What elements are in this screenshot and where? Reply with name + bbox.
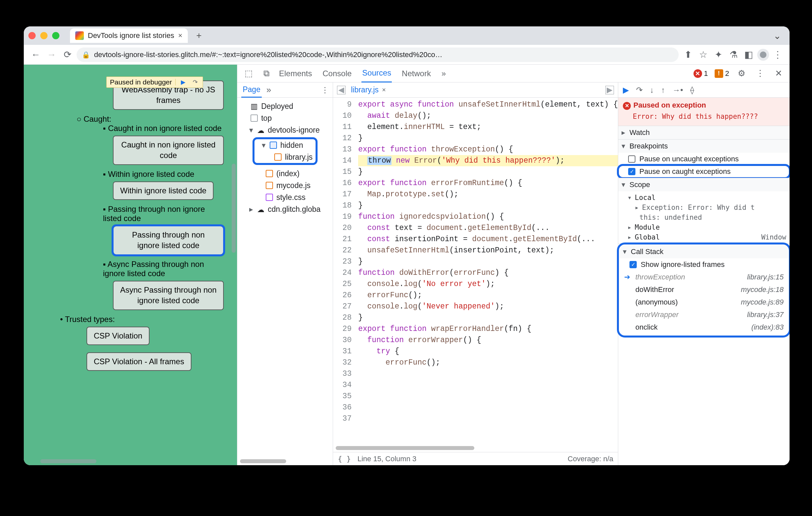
- list-heading: Caught:: [77, 115, 224, 124]
- navigator-scrollbar[interactable]: [240, 459, 286, 463]
- chrome-menu-icon[interactable]: ⋮: [771, 48, 784, 61]
- debugger-pane: ▶ ↷ ↓ ↑ →• ⟠ ✕Paused on exception Error:…: [618, 83, 789, 465]
- navigator-tab-page[interactable]: Page: [241, 83, 262, 98]
- scope-row[interactable]: ▾Local: [618, 193, 789, 203]
- paused-label: Paused in debugger: [110, 78, 172, 86]
- error-count[interactable]: ✕1: [694, 69, 708, 78]
- editor-nav-next-icon[interactable]: ▶: [605, 86, 614, 94]
- maximize-window-button[interactable]: [52, 32, 59, 39]
- tab-strip: DevTools ignore list stories × + ⌄: [24, 26, 789, 45]
- navigator-menu-icon[interactable]: ⋮: [321, 86, 329, 94]
- pause-uncaught-checkbox[interactable]: Pause on uncaught exceptions: [618, 153, 789, 165]
- scope-row[interactable]: ▸Module: [618, 222, 789, 232]
- device-toolbar-icon[interactable]: ⧉: [261, 68, 272, 79]
- editor-file-tab[interactable]: library.js ×: [351, 86, 386, 94]
- tab-console[interactable]: Console: [322, 65, 352, 83]
- scope-row: this: undefined: [618, 212, 789, 222]
- forward-button: →: [45, 48, 58, 61]
- tab-overflow-icon[interactable]: »: [441, 65, 446, 83]
- editor-scrollbar[interactable]: [336, 446, 474, 450]
- devtools-close-icon[interactable]: ✕: [773, 68, 784, 79]
- step-into-icon[interactable]: ↓: [650, 86, 654, 95]
- call-stack-frame[interactable]: errorWrapperlibrary.js:37: [619, 308, 788, 321]
- highlighted-tree-group: ▾hidden library.js: [253, 137, 318, 165]
- editor-status-bar: { } Line 15, Column 3 Coverage: n/a: [333, 452, 618, 465]
- call-stack-frame[interactable]: ➔throwExceptionlibrary.js:15: [619, 271, 788, 283]
- tree-item[interactable]: ▸☁cdn.glitch.globa: [239, 203, 331, 215]
- pretty-print-icon[interactable]: { }: [338, 455, 351, 463]
- code-lines: export async function unsafeSetInnerHtml…: [355, 98, 618, 452]
- page-button[interactable]: CSP Violation - All frames: [86, 352, 192, 371]
- close-tab-icon[interactable]: ×: [178, 31, 182, 40]
- page-scrollbar-horizontal[interactable]: [40, 459, 96, 463]
- page-button[interactable]: Async Passing through non ignore listed …: [113, 281, 224, 310]
- tree-item[interactable]: ▾hidden: [257, 139, 314, 151]
- call-stack-frame[interactable]: (anonymous)mycode.js:89: [619, 296, 788, 308]
- tab-elements[interactable]: Elements: [278, 65, 313, 83]
- tree-item[interactable]: top: [239, 112, 331, 124]
- paused-message: ✕Paused on exception Error: Why did this…: [618, 98, 789, 126]
- step-over-icon[interactable]: ↷: [636, 86, 643, 95]
- star-icon[interactable]: ☆: [696, 48, 710, 61]
- labs-icon[interactable]: ⚗: [727, 48, 740, 61]
- list-item: Async Passing through non ignore listed …: [103, 260, 224, 278]
- address-bar[interactable]: 🔒 devtools-ignore-list-stories.glitch.me…: [77, 48, 679, 62]
- lock-icon: 🔒: [82, 51, 90, 59]
- tab-overflow-icon[interactable]: ⌄: [770, 30, 785, 41]
- tree-file[interactable]: mycode.js: [239, 180, 331, 191]
- page-scrollbar-vertical[interactable]: [232, 164, 236, 253]
- tab-sources[interactable]: Sources: [361, 65, 392, 83]
- browser-toolbar: ← → ⟳ 🔒 devtools-ignore-list-stories.gli…: [24, 45, 789, 65]
- page-button-highlighted[interactable]: Passing through non ignore listed code: [113, 226, 224, 255]
- back-button[interactable]: ←: [29, 48, 42, 61]
- browser-tab[interactable]: DevTools ignore list stories ×: [70, 28, 188, 43]
- devtools-menu-icon[interactable]: ⋮: [754, 68, 766, 79]
- close-file-icon[interactable]: ×: [382, 86, 386, 94]
- reload-button[interactable]: ⟳: [61, 48, 74, 61]
- sources-navigator: Page » ⋮ ▥ Deployed top ▾☁devtools-ignor…: [237, 83, 333, 465]
- devtools-panel: ⬚ ⧉ Elements Console Sources Network » ✕…: [237, 65, 789, 465]
- tree-item[interactable]: ▾☁devtools-ignore: [239, 124, 331, 136]
- editor-nav-prev-icon[interactable]: ◀: [337, 86, 346, 94]
- source-editor: ◀ library.js × ▶ 91011121314151617181920…: [333, 83, 618, 465]
- close-window-button[interactable]: [28, 32, 36, 39]
- resume-icon[interactable]: ▶: [623, 86, 629, 95]
- new-tab-button[interactable]: +: [192, 30, 206, 41]
- warning-count[interactable]: !2: [715, 69, 729, 78]
- url-text: devtools-ignore-list-stories.glitch.me/#…: [94, 51, 442, 59]
- tree-file[interactable]: style.css: [239, 191, 331, 203]
- tree-file[interactable]: library.js: [257, 151, 314, 163]
- page-button[interactable]: Caught in non ignore listed code: [113, 135, 224, 165]
- step-icon[interactable]: →•: [672, 86, 683, 95]
- extensions-icon[interactable]: ✦: [712, 48, 725, 61]
- tree-item[interactable]: ▥ Deployed: [239, 100, 331, 112]
- pause-caught-checkbox[interactable]: ✓Pause on caught exceptions: [618, 165, 789, 178]
- share-icon[interactable]: ⬆: [681, 48, 695, 61]
- overlay-resume-icon[interactable]: ▶: [179, 79, 187, 86]
- step-out-icon[interactable]: ↑: [661, 86, 665, 95]
- watch-section[interactable]: ▸Watch: [618, 126, 789, 139]
- window-controls: [28, 32, 59, 39]
- tree-file[interactable]: (index): [239, 168, 331, 180]
- call-stack-frame[interactable]: onclick(index):83: [619, 321, 788, 334]
- deactivate-breakpoints-icon[interactable]: ⟠: [690, 86, 694, 95]
- scope-row[interactable]: ▸Exception: Error: Why did t: [618, 203, 789, 212]
- settings-icon[interactable]: ⚙: [736, 68, 747, 79]
- scope-row[interactable]: ▸GlobalWindow: [618, 232, 789, 242]
- tab-network[interactable]: Network: [401, 65, 431, 83]
- code-area[interactable]: 9101112131415161718192021222324252627282…: [333, 98, 618, 452]
- call-stack-frame[interactable]: doWithErrormycode.js:18: [619, 283, 788, 296]
- line-gutter: 9101112131415161718192021222324252627282…: [333, 98, 355, 452]
- cursor-position: Line 15, Column 3: [357, 455, 416, 463]
- show-ignore-listed-checkbox[interactable]: ✓Show ignore-listed frames: [619, 258, 788, 271]
- overlay-step-icon[interactable]: ↷: [191, 79, 199, 86]
- panel-icon[interactable]: ◧: [742, 48, 755, 61]
- page-button[interactable]: Within ignore listed code: [113, 181, 213, 200]
- navigator-overflow-icon[interactable]: »: [266, 85, 271, 95]
- inspect-icon[interactable]: ⬚: [242, 68, 255, 79]
- page-button[interactable]: CSP Violation: [86, 327, 149, 345]
- profile-avatar[interactable]: [757, 49, 769, 61]
- browser-window: DevTools ignore list stories × + ⌄ ← → ⟳…: [24, 26, 789, 465]
- minimize-window-button[interactable]: [40, 32, 48, 39]
- debugger-toolbar: ▶ ↷ ↓ ↑ →• ⟠: [618, 83, 789, 98]
